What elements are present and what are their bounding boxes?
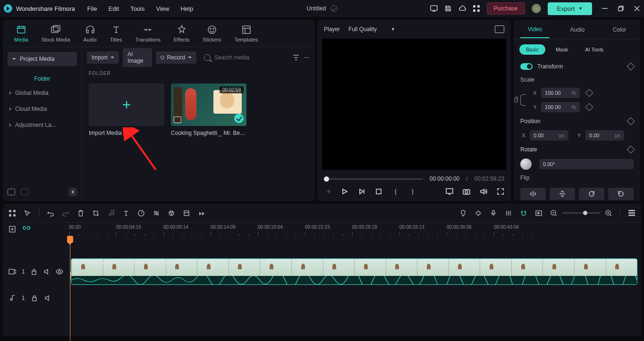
props-tab-video[interactable]: Video [520,21,550,38]
record-button[interactable]: Record [156,51,197,64]
menu-view[interactable]: View [156,5,169,12]
tl-adjust-icon[interactable] [153,209,160,217]
tl-view-icon[interactable] [628,209,636,217]
sidebar-global-media[interactable]: Global Media [3,85,82,101]
rotate-cw-button[interactable] [579,188,604,200]
subtab-ai-tools[interactable]: AI Tools [578,44,610,55]
sidebar-cloud-media[interactable]: Cloud Media [3,101,82,117]
tl-more-icon[interactable] [198,209,205,217]
mark-in-icon[interactable]: { [392,188,399,195]
zoom-slider[interactable] [562,212,600,214]
media-clip-card[interactable]: 00:02:59 Cooking Spaghetti _ Mr. Bea... [171,83,246,136]
preview-scrubber[interactable] [324,178,423,180]
search-input[interactable] [214,54,285,61]
cloud-icon[interactable] [458,5,466,12]
tl-music-icon[interactable] [107,209,115,217]
audio-mute-icon[interactable] [44,294,51,302]
tl-mixer-icon[interactable] [505,209,512,217]
prev-frame-icon[interactable] [324,188,331,195]
rotate-wheel[interactable] [520,158,532,170]
transform-toggle[interactable] [520,63,533,70]
flip-v-button[interactable] [550,188,575,200]
subtab-mask[interactable]: Mask [549,44,575,55]
import-button[interactable]: Import [87,51,119,64]
more-icon[interactable]: ⋯ [303,54,310,61]
rotate-ccw-button[interactable] [608,188,634,200]
timeline-ruler[interactable]: 00:0000:00:04:1900:00:09:1400:00:14:0900… [3,223,641,236]
snapshot-icon[interactable] [495,25,504,33]
tl-grid-icon[interactable] [8,209,16,217]
mark-out-icon[interactable]: } [409,188,416,195]
ai-image-button[interactable]: AI Image [123,48,152,67]
menu-tools[interactable]: Tools [130,5,144,12]
close-icon[interactable] [634,5,640,12]
new-folder-icon[interactable] [8,189,15,195]
menu-file[interactable]: File [87,5,97,12]
quality-dropdown[interactable]: Full Quality▼ [348,26,395,33]
user-avatar[interactable] [532,4,541,13]
purchase-button[interactable]: Purchase [487,2,525,15]
track-mute-icon[interactable] [43,268,50,275]
menu-help[interactable]: Help [180,5,193,12]
preview-screen[interactable] [322,39,506,170]
timeline-clip[interactable]: Cooking Spaghetti _ Mr. Bean Official Ca… [71,258,637,285]
tl-redo-icon[interactable] [62,209,69,217]
stop-icon[interactable] [375,188,382,195]
rotate-input[interactable]: 0.00° [539,159,634,169]
lock-icon[interactable] [514,99,518,102]
tab-stock-media[interactable]: Stock Media [35,22,77,45]
tab-effects[interactable]: Effects [167,22,196,45]
tab-media[interactable]: Media [8,22,35,45]
play-icon[interactable] [341,188,348,195]
tl-marker-icon[interactable] [459,209,467,217]
track-visible-icon[interactable] [56,268,63,275]
tl-delete-icon[interactable] [77,209,85,217]
track-lock-icon[interactable] [31,268,38,275]
tl-select-icon[interactable] [24,209,31,217]
flip-h-button[interactable] [520,188,546,200]
fullscreen-icon[interactable] [497,188,504,195]
next-frame-icon[interactable] [358,188,365,195]
tl-color-icon[interactable] [168,209,175,217]
scale-y-kf-icon[interactable] [585,103,593,111]
props-tab-color[interactable]: Color [605,22,634,38]
maximize-icon[interactable] [618,5,624,12]
tl-speed-icon[interactable] [137,209,145,217]
filter-icon[interactable] [293,54,299,61]
save-icon[interactable] [444,5,452,12]
transform-keyframe-icon[interactable] [627,63,635,71]
link-track-icon[interactable] [23,225,30,233]
camera-icon[interactable] [463,188,470,195]
scale-x-input[interactable]: 100.00% [541,88,580,98]
tl-keyframe-icon[interactable] [475,209,482,217]
project-media-item[interactable]: Project Media [8,52,77,66]
display-icon[interactable] [446,188,453,195]
tab-templates[interactable]: Templates [228,22,264,45]
tl-mic-icon[interactable] [490,209,497,217]
props-tab-audio[interactable]: Audio [563,22,593,38]
playhead[interactable] [70,236,70,341]
collapse-sidebar-icon[interactable] [68,188,77,196]
export-button[interactable]: Export▼ [548,2,593,15]
zoom-in-icon[interactable] [605,209,612,217]
position-kf-icon[interactable] [627,117,635,125]
minimize-icon[interactable] [602,5,608,12]
zoom-out-icon[interactable] [550,209,558,217]
tl-magnet-icon[interactable] [520,209,527,217]
subtab-basic[interactable]: Basic [519,44,545,55]
menu-edit[interactable]: Edit [109,5,119,12]
sidebar-adjustment-layer[interactable]: Adjustment La... [3,117,82,133]
tab-titles[interactable]: Titles [103,22,129,45]
pos-x-input[interactable]: 0.00px [530,130,568,141]
tab-audio[interactable]: Audio [77,22,103,45]
apps-icon[interactable] [473,5,480,12]
add-track-icon[interactable] [8,225,16,233]
import-media-card[interactable]: + Import Media [89,83,164,136]
tl-text-icon[interactable] [122,209,130,217]
volume-icon[interactable] [480,188,487,195]
scale-y-input[interactable]: 100.00% [541,102,580,112]
tl-undo-icon[interactable] [47,209,54,217]
rotate-kf-icon[interactable] [627,146,635,154]
tab-stickers[interactable]: Stickers [196,22,228,45]
tab-transitions[interactable]: Transitions [129,22,167,45]
